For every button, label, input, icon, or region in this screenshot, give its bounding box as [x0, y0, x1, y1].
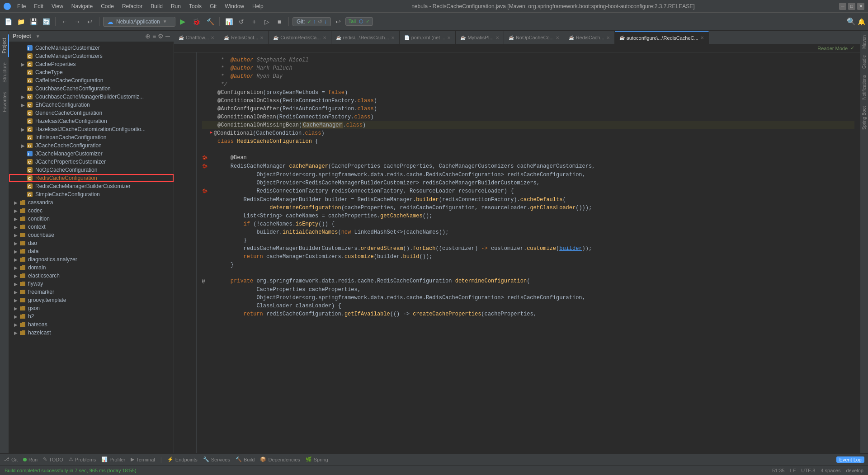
expand-arrow-icon[interactable]: ▶	[20, 127, 26, 132]
tail-badge[interactable]: Tail ⬡ ✓	[345, 17, 373, 26]
tree-item-groovy-template[interactable]: ▶groovy.template	[9, 296, 174, 304]
play-button[interactable]: ▷	[261, 16, 272, 27]
menu-git[interactable]: Git	[206, 2, 220, 10]
terminal-bottom[interactable]: ▶ Terminal	[131, 456, 155, 462]
tree-item-dao[interactable]: ▶dao	[9, 239, 174, 247]
tree-item-domain[interactable]: ▶domain	[9, 263, 174, 272]
favorites-tab[interactable]: Favorites	[0, 88, 9, 116]
build-button[interactable]: 🔨	[205, 16, 216, 27]
reader-check-icon[interactable]: ✓	[850, 45, 854, 51]
tab-close-button[interactable]: ✕	[606, 35, 610, 40]
back-button[interactable]: ←	[59, 16, 70, 27]
tree-item-hazelcast[interactable]: ▶hazelcast	[9, 329, 174, 337]
tab-mybatisfil[interactable]: ☕ MybatisPI... ✕	[456, 31, 504, 44]
menu-edit[interactable]: Edit	[30, 2, 47, 10]
menu-navigate[interactable]: Navigate	[68, 2, 96, 10]
open-button[interactable]: 📁	[15, 16, 26, 27]
project-tab[interactable]: Project	[0, 34, 9, 57]
tab-autoconfigure[interactable]: ☕ autoconfigure\...\RedisCacheC... ✕	[615, 31, 709, 44]
stop-button[interactable]: ■	[274, 16, 285, 27]
maven-tab[interactable]: Maven	[861, 33, 868, 52]
coverage-button[interactable]: 📊	[223, 16, 234, 27]
tree-item-ehcacheconfiguration[interactable]: ▶CEhCacheConfiguration	[9, 101, 174, 109]
menu-help[interactable]: Help	[249, 2, 267, 10]
tree-item-couchbase[interactable]: ▶couchbase	[9, 231, 174, 239]
tab-chatflow[interactable]: ☕ Chatflow... ✕	[174, 31, 219, 44]
tab-close-button[interactable]: ✕	[700, 35, 704, 40]
tab-rediscach3[interactable]: ☕ RedisCach... ✕	[564, 31, 615, 44]
expand-arrow-icon[interactable]: ▶	[13, 225, 19, 230]
notifications-button[interactable]: 🔔	[858, 18, 865, 25]
event-log-badge[interactable]: Event Log	[836, 456, 864, 463]
tree-item-simplecacheconfiguration[interactable]: CSimpleCacheConfiguration	[9, 190, 174, 198]
expand-arrow-icon[interactable]: ▶	[13, 233, 19, 238]
tree-item-rediscachemanagerbuildercustomizer[interactable]: CRedisCacheManagerBuilderCustomizer	[9, 182, 174, 190]
tree-item-hazelcastjcachecustomizationconfiguratio---[interactable]: ▶CHazelcastJCacheCustomizationConfigurat…	[9, 125, 174, 133]
tab-close-button[interactable]: ✕	[391, 35, 395, 40]
tree-item-codec[interactable]: ▶codec	[9, 207, 174, 215]
tab-close-button[interactable]: ✕	[556, 35, 559, 40]
tree-item-h2[interactable]: ▶h2	[9, 312, 174, 320]
tab-rediscach2[interactable]: ☕ redis\...\RedisCach... ✕	[331, 31, 400, 44]
tree-item-context[interactable]: ▶context	[9, 223, 174, 231]
expand-arrow-icon[interactable]: ▶	[13, 306, 19, 311]
tree-item-gson[interactable]: ▶gson	[9, 304, 174, 312]
tree-item-couchbasecacheconfiguration[interactable]: CCouchbaseCacheConfiguration	[9, 85, 174, 93]
problems-bottom[interactable]: ⚠ Problems	[69, 456, 96, 462]
tree-item-hateoas[interactable]: ▶hateoas	[9, 320, 174, 329]
menu-build[interactable]: Build	[147, 2, 166, 10]
maximize-button[interactable]: □	[848, 3, 855, 10]
search-button[interactable]: 🔍	[847, 17, 856, 26]
tab-customredisca[interactable]: ☕ CustomRedisCa... ✕	[269, 31, 331, 44]
sync-button[interactable]: 🔄	[41, 16, 52, 27]
forward-button[interactable]: →	[72, 16, 83, 27]
tree-item-condition[interactable]: ▶condition	[9, 215, 174, 223]
git-bottom[interactable]: ⎇ Git	[4, 456, 18, 462]
expand-arrow-icon[interactable]: ▶	[13, 257, 19, 262]
panel-locate-button[interactable]: ⊕	[145, 33, 151, 40]
tree-item-noopcacheconfiguration[interactable]: CNoOpCacheConfiguration	[9, 166, 174, 174]
endpoints-bottom[interactable]: ⚡ Endpoints	[167, 456, 198, 462]
profiler-bottom[interactable]: 📊 Profiler	[101, 456, 125, 462]
expand-arrow-icon[interactable]: ▶	[13, 241, 19, 246]
tab-close-button[interactable]: ✕	[260, 35, 264, 40]
expand-arrow-icon[interactable]: ▶	[20, 94, 26, 99]
debug-button[interactable]: 🐞	[190, 17, 203, 26]
menu-refactor[interactable]: Refactor	[118, 2, 146, 10]
build-bottom[interactable]: 🔨 Build	[236, 456, 255, 462]
tree-item-caffeinecacheconfiguration[interactable]: CCaffeineCacheConfiguration	[9, 76, 174, 85]
tree-item-couchbasecachemanagerbuildercustomiz---[interactable]: ▶CCouchbaseCacheManagerBuilderCustomiz..…	[9, 93, 174, 101]
expand-arrow-icon[interactable]: ▶	[13, 200, 19, 205]
expand-arrow-icon[interactable]: ▶	[13, 282, 19, 287]
services-bottom[interactable]: 🔧 Services	[203, 456, 230, 462]
lf-indicator[interactable]: LF	[790, 468, 796, 473]
expand-arrow-icon[interactable]: ▶	[20, 143, 26, 148]
expand-arrow-icon[interactable]: ▶	[13, 314, 19, 319]
run-bottom[interactable]: Run	[23, 457, 38, 462]
tab-noopcacheco[interactable]: ☕ NoOpCacheCo... ✕	[504, 31, 564, 44]
menu-run[interactable]: Run	[167, 2, 184, 10]
tree-item-cachetype[interactable]: CCacheType	[9, 68, 174, 76]
todo-bottom[interactable]: ✎ TODO	[43, 456, 63, 462]
menu-view[interactable]: View	[48, 2, 67, 10]
run-button[interactable]: ▶	[177, 16, 188, 27]
tree-item-infinispancacheconfiguration[interactable]: CInfinispanCacheConfiguration	[9, 133, 174, 141]
run-config-dropdown[interactable]: ☁ NebulaApplication ▼	[103, 17, 175, 27]
tree-item-cachemanagercustomizer[interactable]: ICacheManagerCustomizer	[9, 44, 174, 52]
expand-arrow-icon[interactable]: ▶	[13, 322, 19, 327]
notifications-tab[interactable]: Notifications	[861, 72, 868, 102]
spring-bottom[interactable]: 🌿 Spring	[306, 456, 328, 462]
git-status-widget[interactable]: Git: ✓ ↑ ↺ ↓	[292, 17, 331, 26]
branch-indicator[interactable]: develop	[846, 468, 863, 473]
tab-close-button[interactable]: ✕	[323, 35, 326, 40]
tree-item-elasticsearch[interactable]: ▶elasticsearch	[9, 272, 174, 280]
menu-code[interactable]: Code	[97, 2, 118, 10]
tree-item-cachemanagercustomizers[interactable]: CCacheManagerCustomizers	[9, 52, 174, 60]
tree-item-cassandra[interactable]: ▶cassandra	[9, 198, 174, 207]
save-button[interactable]: 💾	[28, 16, 39, 27]
indent-indicator[interactable]: 4 spaces	[821, 468, 840, 473]
add-config-button[interactable]: +	[249, 16, 259, 27]
code-content[interactable]: * @author Stephanie Nicoll * @author Mar…	[197, 52, 860, 453]
expand-arrow-icon[interactable]: ▶	[13, 208, 19, 213]
tree-item-jcachecacheconfiguration[interactable]: ▶CJCacheCacheConfiguration	[9, 141, 174, 150]
